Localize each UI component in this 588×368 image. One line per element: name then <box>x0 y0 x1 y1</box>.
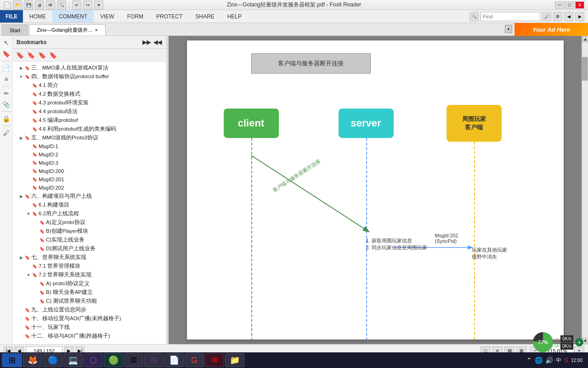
tree-expand-icon[interactable]: ▼ <box>26 211 31 217</box>
bookmark-up-icon[interactable]: 🔖 <box>48 50 58 60</box>
tree-item[interactable]: 🔖十、移动位置与AOI广播(未跨越格子) <box>13 314 166 323</box>
tree-item[interactable]: 🔖A) proto3协议定义 <box>13 279 166 288</box>
tree-item[interactable]: ▶🔖六、构建项目与用户上线 <box>13 192 166 201</box>
tab-start[interactable]: Start <box>2 24 28 35</box>
search-input[interactable] <box>481 12 540 21</box>
tree-item[interactable]: ▶🔖五、MMO游戏的Proto3协议 <box>13 133 166 142</box>
tree-item[interactable]: 🔖A)定义proto协议 <box>13 218 166 227</box>
tree-item[interactable]: 🔖B) 聊天业务AP建立 <box>13 288 166 297</box>
tray-input-cn[interactable]: 中 <box>556 356 561 364</box>
email-icon[interactable]: ✉ <box>46 0 55 10</box>
bookmark-add-icon[interactable]: 🔖 <box>26 50 36 60</box>
taskbar-app-chrome[interactable]: 🔵 <box>43 353 62 367</box>
tree-item[interactable]: 🔖4.3 protobuf环境安装 <box>13 98 166 107</box>
taskbar-app-explorer[interactable]: 💻 <box>63 353 83 367</box>
tray-network[interactable]: 🌐 <box>535 356 543 364</box>
tree-item[interactable]: 🔖4.5 编译protobuf <box>13 116 166 125</box>
new-icon[interactable]: 📂 <box>13 0 22 10</box>
bookmark-delete-icon[interactable]: 🔖 <box>37 50 47 60</box>
scan-icon[interactable]: 🔍 <box>57 0 66 10</box>
close-button[interactable]: ✕ <box>575 1 584 9</box>
tree-item[interactable]: ▶🔖七、世界聊天系统实现 <box>13 253 166 262</box>
tree-item[interactable]: ▼🔖7.2 世界聊天系统实现 <box>13 270 166 279</box>
nav-prev-icon[interactable]: ◀ <box>564 12 573 21</box>
search-toggle-icon[interactable]: 🔍 <box>469 12 479 21</box>
redo-icon[interactable]: ↪ <box>83 0 92 10</box>
search-settings-icon[interactable]: ⚙ <box>553 12 562 21</box>
sidebar-collapse-icon[interactable]: ◀◀ <box>153 37 163 47</box>
taskbar-app-pdf2[interactable]: G <box>185 353 204 367</box>
tree-item[interactable]: 🔖十二、移动与AOI广播(跨越格子) <box>13 332 166 340</box>
taskbar-app-settings[interactable]: ⚙ <box>124 353 143 367</box>
taskbar-app-red[interactable]: ✖ <box>205 353 224 367</box>
more-icon[interactable]: ▾ <box>94 0 103 10</box>
right-scrollbar[interactable]: ▲ ▼ <box>582 36 588 344</box>
tree-item[interactable]: 🔖4.4 protobuf语法 <box>13 107 166 116</box>
menu-comment[interactable]: COMMENT <box>52 10 94 23</box>
annotation-icon[interactable]: ✏ <box>1 88 11 98</box>
tree-item[interactable]: 🔖MsgID:3 <box>13 159 166 167</box>
taskbar-app-onenote[interactable]: N <box>144 353 164 367</box>
taskbar-app-vs[interactable]: ⬡ <box>84 353 103 367</box>
print-icon[interactable]: 🖨 <box>35 0 44 10</box>
scroll-up-button[interactable]: ▲ <box>582 36 588 42</box>
tree-item[interactable]: ▼🔖四、数据传输协议protocol buffer <box>13 72 166 81</box>
bookmark-new-icon[interactable]: 🔖 <box>15 50 25 60</box>
sidebar-tree[interactable]: ▶🔖三、MMO多人在线游戏AOI算法▼🔖四、数据传输协议protocol buf… <box>13 62 166 344</box>
tree-expand-icon[interactable]: ▼ <box>26 272 31 278</box>
maximize-button[interactable]: □ <box>565 1 574 9</box>
tree-expand-icon[interactable]: ▶ <box>18 194 24 199</box>
tree-item[interactable]: 🔖4.6 利用protobuf生成的类来编码 <box>13 125 166 133</box>
tree-item[interactable]: 🔖MsgID:202 <box>13 184 166 192</box>
taskbar-app-pdf[interactable]: 📄 <box>164 353 184 367</box>
tree-item[interactable]: ▼🔖6.2用户上线流程 <box>13 209 166 218</box>
menu-protect[interactable]: PROTECT <box>150 10 189 23</box>
sidebar-expand-icon[interactable]: ▶▶ <box>141 37 152 47</box>
minimize-button[interactable]: ─ <box>555 1 564 9</box>
security-icon[interactable]: 🔒 <box>1 114 11 124</box>
menu-file[interactable]: FILE <box>0 10 23 23</box>
highlight-icon[interactable]: 🖊 <box>1 128 11 138</box>
tree-item[interactable]: 🔖MsgID:201 <box>13 175 166 184</box>
undo-icon[interactable]: ↩ <box>72 0 81 10</box>
menu-view[interactable]: VIEW <box>94 10 121 23</box>
tree-item[interactable]: 🔖九、上线位置信息同步 <box>13 305 166 314</box>
attach-icon[interactable]: 📎 <box>1 99 11 109</box>
tree-item[interactable]: 🔖4.1 简介 <box>13 81 166 90</box>
tree-item[interactable]: 🔖4.2 数据交换格式 <box>13 90 166 98</box>
tree-expand-icon[interactable]: ▼ <box>18 74 24 80</box>
tree-item[interactable]: 🔖MsgID:1 <box>13 142 166 150</box>
menu-form[interactable]: FORM <box>121 10 150 23</box>
bookmark-panel-icon[interactable]: 🔖 <box>1 49 11 59</box>
tab-close-icon[interactable]: × <box>95 28 98 33</box>
menu-help[interactable]: HELP <box>221 10 248 23</box>
tree-expand-icon[interactable]: ▶ <box>18 65 24 71</box>
network-plus-button[interactable]: + <box>575 338 583 346</box>
page-panel-icon[interactable]: 📄 <box>1 63 11 73</box>
tree-item[interactable]: 🔖MsgID:200 <box>13 167 166 175</box>
tree-item[interactable]: 🔖十一、玩家下线 <box>13 323 166 332</box>
tree-item[interactable]: ▶🔖三、MMO多人在线游戏AOI算法 <box>13 63 166 72</box>
tab-doc[interactable]: Zinx---Golang轻量级并... × <box>29 24 105 35</box>
taskbar-app-folder[interactable]: 📁 <box>225 353 244 367</box>
tree-item[interactable]: 🔖6.1 构建项目 <box>13 201 166 209</box>
menu-share[interactable]: SHARE <box>189 10 220 23</box>
tray-arrow[interactable]: ⌃ <box>526 356 532 364</box>
layers-icon[interactable]: ≡ <box>1 74 11 84</box>
tree-item[interactable]: 🔖D)测试用户上线业务 <box>13 244 166 253</box>
tree-expand-icon[interactable]: ▶ <box>18 255 24 260</box>
tree-item[interactable]: 🔖B)创建Player模块 <box>13 227 166 236</box>
tray-app2[interactable]: S <box>564 356 568 364</box>
menu-home[interactable]: HOME <box>23 10 52 23</box>
tab-dropdown-button[interactable]: ▾ <box>505 25 512 33</box>
search-go-icon[interactable]: 🔎 <box>542 12 551 21</box>
nav-next-icon[interactable]: ▶ <box>575 12 584 21</box>
tree-expand-icon[interactable]: ▶ <box>18 135 24 141</box>
cursor-tool[interactable]: ↖ <box>1 38 11 48</box>
save-icon[interactable]: 💾 <box>24 0 33 10</box>
tree-item[interactable]: 🔖C) 测试世界聊天功能 <box>13 297 166 305</box>
taskbar-app-go[interactable]: 🟢 <box>104 353 123 367</box>
scroll-thumb[interactable] <box>582 57 588 80</box>
tree-item[interactable]: 🔖7.1 世界管理模块 <box>13 262 166 270</box>
tray-volume[interactable]: 🔊 <box>545 356 553 364</box>
